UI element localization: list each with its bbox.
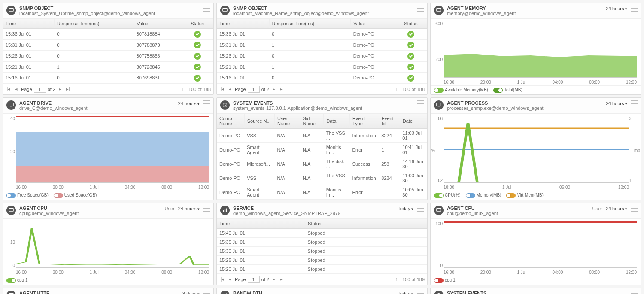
col-status[interactable]: Status — [182, 19, 213, 29]
col[interactable]: Status — [395, 19, 427, 29]
table-row[interactable]: Demo-PCVSSN/AN/AThe VSS ...Information82… — [217, 171, 427, 185]
legend-toggle[interactable] — [466, 193, 475, 198]
time-range-dropdown[interactable]: 24 hours — [606, 101, 627, 106]
widget-menu-button[interactable] — [203, 291, 210, 294]
table-row[interactable]: 15:31 Jul 011Demo-PC — [217, 39, 427, 51]
legend-toggle[interactable] — [6, 278, 16, 283]
pager-input[interactable] — [248, 86, 260, 93]
col[interactable]: Event Id — [379, 114, 400, 129]
legend-toggle[interactable] — [434, 88, 444, 93]
chart-plot[interactable] — [16, 221, 209, 268]
col[interactable]: Data — [324, 114, 350, 129]
table-row[interactable]: 15:21 Jul 011307728845 — [3, 61, 213, 73]
pager-next[interactable]: ▸ — [57, 86, 63, 92]
col[interactable]: Response Time(ms) — [269, 19, 350, 29]
legend-toggle[interactable] — [54, 193, 63, 198]
col[interactable]: Event Type — [350, 114, 379, 129]
legend-item[interactable]: Free Space(GB) — [6, 193, 49, 198]
widget-menu-button[interactable] — [631, 206, 638, 212]
pager-next[interactable]: ▸ — [271, 86, 277, 92]
table-row[interactable]: 15:31 Jul 010307788870 — [3, 39, 213, 51]
table-row[interactable]: Demo-PCMicrosoft...N/AN/AThe disk ...Suc… — [217, 157, 427, 171]
table-row[interactable]: Demo-PCSmart AgentN/AN/AMonitis In...Err… — [217, 142, 427, 157]
table-row[interactable]: 15:35 Jul 01Stopped — [217, 237, 427, 246]
legend-toggle[interactable] — [434, 193, 444, 198]
pager-prev[interactable]: ◂ — [227, 86, 233, 92]
chart-plot[interactable] — [444, 116, 629, 183]
time-range-dropdown[interactable]: 24 hours — [178, 206, 200, 211]
widget-menu-button[interactable] — [417, 206, 424, 212]
col-time[interactable]: Time — [3, 19, 55, 29]
svg-rect-17 — [225, 209, 225, 212]
chart-plot[interactable] — [16, 116, 209, 183]
pager-last[interactable]: ▸| — [279, 276, 285, 282]
legend-item[interactable]: Available Memory(MB) — [434, 88, 488, 93]
chart-plot[interactable] — [444, 221, 637, 268]
legend-item[interactable]: cpu 1 — [6, 278, 27, 283]
legend-item[interactable]: Memory(MB) — [466, 193, 501, 198]
widget-menu-button[interactable] — [417, 291, 424, 294]
widget-menu-button[interactable] — [631, 6, 638, 12]
table-row[interactable]: 15:20 Jul 01Stopped — [217, 264, 427, 273]
legend-toggle[interactable] — [6, 193, 16, 198]
legend-item[interactable]: Virt Mem(MB) — [506, 193, 543, 198]
time-range-dropdown[interactable]: 24 hours — [606, 206, 627, 211]
widget-menu-button[interactable] — [203, 206, 210, 212]
table-row[interactable]: Demo-PCVSSN/AN/AThe VSS ...Information82… — [217, 128, 427, 142]
pager-last[interactable]: ▸| — [279, 86, 285, 92]
widget-menu-button[interactable] — [203, 6, 210, 12]
col[interactable]: User Name — [274, 114, 300, 129]
pager-input[interactable] — [34, 86, 46, 93]
col[interactable]: Time — [217, 19, 269, 29]
chart-plot[interactable] — [444, 21, 637, 78]
col[interactable]: Date — [400, 114, 427, 129]
pager-input[interactable] — [248, 276, 260, 283]
legend-toggle[interactable] — [506, 193, 516, 198]
table-row[interactable]: 15:25 Jul 01Stopped — [217, 255, 427, 264]
col[interactable]: Time — [217, 219, 305, 229]
col-value[interactable]: Value — [134, 19, 182, 29]
col[interactable]: Source N... — [244, 114, 274, 129]
widget-menu-button[interactable] — [417, 6, 424, 12]
status-ok-icon — [407, 64, 414, 70]
col-response[interactable]: Response Time(ms) — [55, 19, 134, 29]
pager-prev[interactable]: ◂ — [13, 86, 19, 92]
legend-item[interactable]: Total(MB) — [493, 88, 522, 93]
widget-menu-button[interactable] — [631, 100, 638, 106]
table-row[interactable]: 15:26 Jul 010307758858 — [3, 51, 213, 62]
table-row[interactable]: 15:36 Jul 010307818884 — [3, 29, 213, 40]
legend-toggle[interactable] — [434, 278, 444, 283]
pager-last[interactable]: ▸| — [65, 86, 71, 92]
legend-item[interactable]: Used Space(GB) — [54, 193, 97, 198]
table-row[interactable]: 15:30 Jul 01Stopped — [217, 246, 427, 255]
legend-toggle[interactable] — [493, 88, 503, 93]
pager-first[interactable]: |◂ — [219, 276, 225, 282]
time-range-dropdown[interactable]: 24 hours — [606, 6, 627, 11]
table-cell: 15:21 Jul 01 — [3, 61, 55, 73]
time-range-dropdown[interactable]: 24 hours — [178, 101, 200, 106]
pager-first[interactable]: |◂ — [6, 86, 12, 92]
time-range-dropdown[interactable]: Today — [398, 291, 413, 294]
table-row[interactable]: 15:40 Jul 01Stopped — [217, 228, 427, 237]
table-row[interactable]: 15:16 Jul 010307698831 — [3, 73, 213, 84]
table-row[interactable]: 15:26 Jul 010Demo-PC — [217, 51, 427, 62]
table-row[interactable]: 15:16 Jul 010Demo-PC — [217, 73, 427, 84]
pager-first[interactable]: |◂ — [219, 86, 225, 92]
table-row[interactable]: Demo-PCSmart AgentN/AN/AMonitis In...Err… — [217, 185, 427, 199]
table-row[interactable]: 15:36 Jul 010Demo-PC — [217, 29, 427, 40]
pager-prev[interactable]: ◂ — [227, 276, 233, 282]
legend-item[interactable]: CPU(%) — [434, 193, 461, 198]
table-row[interactable]: 15:21 Jul 011Demo-PC — [217, 61, 427, 73]
col[interactable]: Value — [351, 19, 395, 29]
time-range-dropdown[interactable]: 3 days — [182, 291, 200, 294]
widget-menu-button[interactable] — [631, 291, 638, 294]
col[interactable]: Status — [305, 219, 427, 229]
legend-item[interactable]: cpu 1 — [434, 278, 455, 283]
col[interactable]: Sid Name — [300, 114, 324, 129]
status-cell — [182, 51, 213, 62]
pager-next[interactable]: ▸ — [271, 276, 277, 282]
time-range-dropdown[interactable]: Today — [398, 206, 413, 211]
widget-menu-button[interactable] — [203, 100, 210, 106]
col[interactable]: Comp Name — [217, 114, 244, 129]
widget-menu-button[interactable] — [417, 100, 424, 106]
